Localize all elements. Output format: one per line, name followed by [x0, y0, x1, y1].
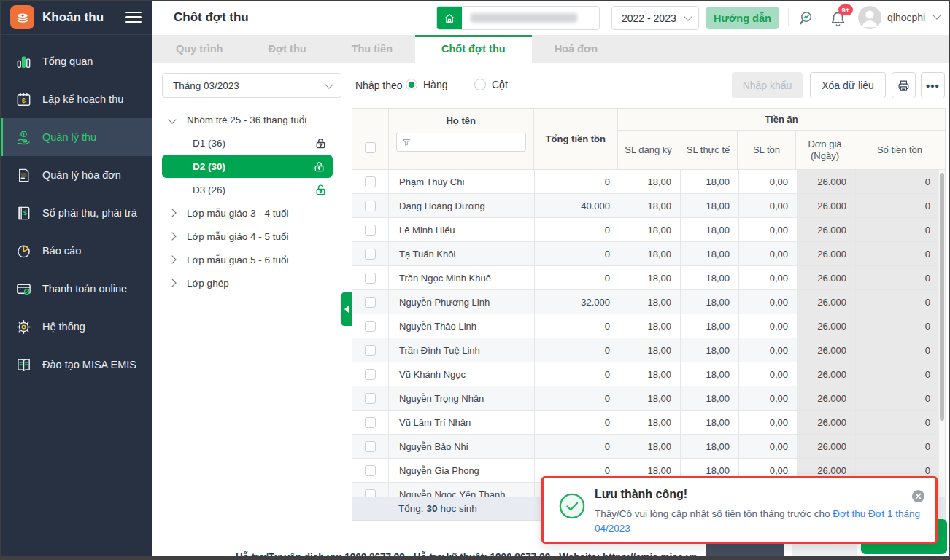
- chevron-right-icon[interactable]: [168, 255, 176, 263]
- tree-class-d1[interactable]: D1 (36): [152, 131, 343, 155]
- row-checkbox[interactable]: [365, 249, 376, 260]
- row-checkbox[interactable]: [365, 273, 376, 284]
- qty-remaining-cell[interactable]: 0,00: [739, 218, 798, 242]
- tab-hoa-don[interactable]: Hoá đơn: [532, 35, 620, 63]
- row-checkbox[interactable]: [365, 441, 376, 452]
- row-checkbox[interactable]: [365, 369, 376, 380]
- qty-actual-cell[interactable]: 18,00: [681, 411, 739, 435]
- sidebar-item-bao-cao[interactable]: Báo cáo: [0, 232, 152, 270]
- qty-actual-cell[interactable]: 18,00: [681, 194, 739, 218]
- qty-remaining-cell[interactable]: 0,00: [739, 314, 798, 338]
- row-checkbox[interactable]: [365, 201, 376, 211]
- qty-registered-cell[interactable]: 18,00: [619, 194, 681, 218]
- tree-class-d3[interactable]: D3 (26): [152, 178, 343, 201]
- qty-actual-cell[interactable]: 18,00: [681, 242, 739, 266]
- qty-registered-cell[interactable]: 18,00: [619, 362, 681, 386]
- qty-registered-cell[interactable]: 18,00: [619, 338, 681, 362]
- radio-column-mode[interactable]: Cột: [474, 79, 508, 90]
- sidebar-item-dao-tao-misa-emis[interactable]: Đào tạo MISA EMIS: [0, 346, 152, 384]
- home-icon[interactable]: [437, 7, 462, 29]
- row-checkbox[interactable]: [365, 393, 376, 404]
- qty-remaining-cell[interactable]: 0,00: [739, 411, 798, 435]
- qty-actual-cell[interactable]: 18,00: [681, 218, 739, 242]
- row-checkbox[interactable]: [365, 225, 376, 236]
- school-year-select[interactable]: 2022 - 2023: [611, 6, 699, 30]
- row-checkbox[interactable]: [365, 489, 376, 497]
- close-icon[interactable]: [911, 489, 925, 503]
- sidebar-item-tong-quan[interactable]: Tổng quan: [0, 42, 152, 80]
- vertical-scrollbar[interactable]: [938, 170, 945, 497]
- row-checkbox[interactable]: [365, 417, 376, 428]
- tree-group-mau-giao-5-6[interactable]: Lớp mẫu giáo 5 - 6 tuổi: [152, 248, 343, 271]
- qty-remaining-cell[interactable]: 0,00: [739, 266, 798, 290]
- qty-actual-cell[interactable]: 18,00: [681, 266, 739, 290]
- qty-remaining-cell[interactable]: 0,00: [739, 290, 798, 314]
- username[interactable]: qlhocphi: [887, 0, 925, 35]
- menu-toggle-icon[interactable]: [125, 9, 142, 26]
- row-checkbox[interactable]: [365, 321, 376, 332]
- sidebar-item-lap-ke-hoach-thu[interactable]: $ Lập kế hoạch thu: [0, 80, 152, 118]
- print-button[interactable]: [892, 72, 916, 98]
- notification-bell-icon[interactable]: 9+: [827, 8, 848, 28]
- tree-class-d2[interactable]: D2 (30): [162, 155, 333, 178]
- qty-registered-cell[interactable]: 18,00: [619, 435, 681, 459]
- avatar[interactable]: [858, 6, 881, 29]
- sidebar-item-quan-ly-hoa-don[interactable]: Quản lý hóa đơn: [0, 156, 152, 194]
- qty-actual-cell[interactable]: 18,00: [681, 314, 739, 338]
- qty-registered-cell[interactable]: 18,00: [619, 170, 681, 194]
- chevron-down-icon[interactable]: [168, 115, 176, 123]
- qty-registered-cell[interactable]: 18,00: [619, 290, 681, 314]
- name-filter-input[interactable]: [396, 133, 526, 152]
- qty-remaining-cell[interactable]: 0,00: [739, 386, 798, 411]
- collapse-panel-handle[interactable]: [341, 292, 352, 326]
- qty-actual-cell[interactable]: 18,00: [681, 338, 739, 362]
- search-insights-icon[interactable]: [797, 8, 817, 28]
- tree-group-lop-ghep[interactable]: Lớp ghép: [152, 271, 343, 295]
- qty-actual-cell[interactable]: 18,00: [681, 435, 739, 459]
- tree-group-mau-giao-3-4[interactable]: Lớp mẫu giáo 3 - 4 tuổi: [152, 201, 343, 225]
- qty-actual-cell[interactable]: 18,00: [681, 386, 739, 411]
- qty-remaining-cell[interactable]: 0,00: [739, 170, 798, 194]
- tab-chot-dot-thu[interactable]: Chốt đợt thu: [415, 35, 532, 63]
- row-checkbox[interactable]: [365, 345, 376, 356]
- sidebar-item-so-phai-thu-phai-tra[interactable]: $ Sổ phải thu, phải trả: [0, 194, 152, 232]
- tab-quy-trinh[interactable]: Quy trình: [153, 35, 245, 63]
- import-button[interactable]: Nhập khẩu: [732, 72, 803, 98]
- guide-button[interactable]: Hướng dẫn: [706, 7, 779, 29]
- qty-actual-cell[interactable]: 18,00: [681, 290, 739, 314]
- sidebar-item-he-thong[interactable]: Hệ thống: [0, 308, 152, 346]
- qty-registered-cell[interactable]: 18,00: [619, 266, 681, 290]
- chevron-right-icon[interactable]: [168, 209, 176, 217]
- qty-registered-cell[interactable]: 18,00: [619, 386, 681, 411]
- select-all-checkbox[interactable]: [365, 142, 376, 153]
- tab-thu-tien[interactable]: Thu tiền: [329, 35, 415, 63]
- tree-group-nhom-tre-25-36[interactable]: Nhóm trẻ 25 - 36 tháng tuổi: [152, 108, 343, 131]
- row-checkbox[interactable]: [365, 297, 376, 308]
- scrollbar-thumb[interactable]: [940, 173, 944, 421]
- row-checkbox[interactable]: [365, 465, 376, 476]
- qty-remaining-cell[interactable]: 0,00: [739, 362, 798, 386]
- qty-remaining-cell[interactable]: 0,00: [739, 194, 798, 218]
- radio-row-mode[interactable]: Hàng: [406, 79, 447, 90]
- qty-remaining-cell[interactable]: 0,00: [739, 338, 798, 362]
- chevron-right-icon[interactable]: [168, 279, 176, 287]
- tree-group-mau-giao-4-5[interactable]: Lớp mẫu giáo 4 - 5 tuổi: [152, 225, 343, 248]
- qty-registered-cell[interactable]: 18,00: [619, 218, 681, 242]
- qty-actual-cell[interactable]: 18,00: [681, 362, 739, 386]
- more-actions-button[interactable]: •••: [921, 72, 945, 98]
- sidebar-item-quan-ly-thu[interactable]: Quản lý thu: [0, 118, 152, 156]
- chevron-right-icon[interactable]: [168, 232, 176, 240]
- qty-registered-cell[interactable]: 18,00: [619, 411, 681, 435]
- tab-dot-thu[interactable]: Đợt thu: [245, 35, 328, 63]
- delete-data-button[interactable]: Xóa dữ liệu: [810, 72, 886, 98]
- school-selector[interactable]: [436, 6, 600, 30]
- month-select[interactable]: Tháng 03/2023: [162, 73, 341, 98]
- sidebar-item-thanh-toan-online[interactable]: Thanh toán online: [0, 270, 152, 308]
- qty-remaining-cell[interactable]: 0,00: [739, 242, 798, 266]
- qty-registered-cell[interactable]: 18,00: [619, 242, 681, 266]
- row-checkbox[interactable]: [365, 176, 376, 187]
- qty-registered-cell[interactable]: 18,00: [619, 314, 681, 338]
- user-menu-chevron-icon[interactable]: [932, 11, 941, 19]
- qty-actual-cell[interactable]: 18,00: [681, 170, 739, 194]
- qty-remaining-cell[interactable]: 0,00: [739, 435, 798, 459]
